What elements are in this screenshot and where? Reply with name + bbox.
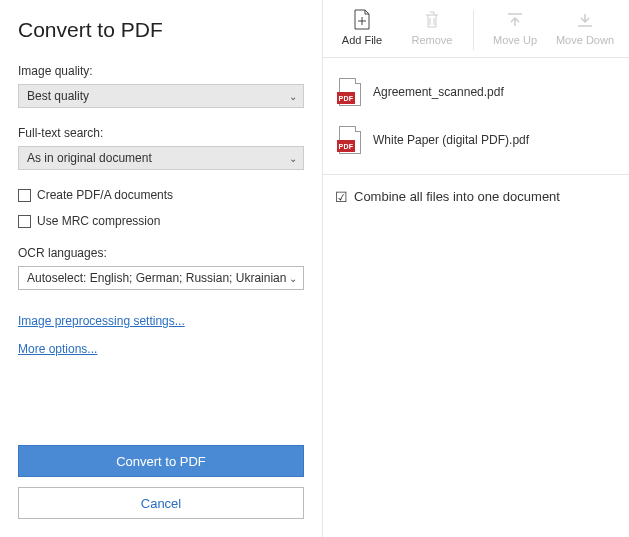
image-quality-label: Image quality: bbox=[18, 64, 304, 78]
move-down-icon bbox=[573, 8, 597, 32]
mrc-checkbox[interactable] bbox=[18, 215, 31, 228]
combine-checkbox-row[interactable]: ☑ Combine all files into one document bbox=[323, 174, 629, 218]
file-row[interactable]: PDF Agreement_scanned.pdf bbox=[327, 68, 625, 116]
add-file-button[interactable]: Add File bbox=[327, 4, 397, 46]
cancel-button-label: Cancel bbox=[141, 496, 181, 511]
chevron-down-icon: ⌄ bbox=[289, 153, 297, 164]
remove-button: Remove bbox=[397, 4, 467, 46]
trash-icon bbox=[420, 8, 444, 32]
cancel-button[interactable]: Cancel bbox=[18, 487, 304, 519]
full-text-search-dropdown[interactable]: As in original document ⌄ bbox=[18, 146, 304, 170]
pdfa-checkbox[interactable] bbox=[18, 189, 31, 202]
file-row[interactable]: PDF White Paper (digital PDF).pdf bbox=[327, 116, 625, 164]
settings-panel: Convert to PDF Image quality: Best quali… bbox=[0, 0, 323, 537]
toolbar: Add File Remove Move Up bbox=[323, 0, 629, 58]
dialog-title: Convert to PDF bbox=[18, 18, 304, 42]
move-down-button: Move Down bbox=[550, 4, 620, 46]
mrc-checkbox-row[interactable]: Use MRC compression bbox=[18, 214, 304, 228]
links-block: Image preprocessing settings... More opt… bbox=[18, 314, 304, 356]
file-name: Agreement_scanned.pdf bbox=[373, 85, 504, 99]
ocr-languages-value: Autoselect: English; German; Russian; Uk… bbox=[27, 271, 286, 285]
add-file-icon bbox=[350, 8, 374, 32]
preprocessing-link[interactable]: Image preprocessing settings... bbox=[18, 314, 185, 328]
image-quality-value: Best quality bbox=[27, 89, 89, 103]
ocr-languages-dropdown[interactable]: Autoselect: English; German; Russian; Uk… bbox=[18, 266, 304, 290]
pdfa-checkbox-label: Create PDF/A documents bbox=[37, 188, 173, 202]
chevron-down-icon: ⌄ bbox=[289, 273, 297, 284]
image-quality-dropdown[interactable]: Best quality ⌄ bbox=[18, 84, 304, 108]
full-text-search-value: As in original document bbox=[27, 151, 152, 165]
toolbar-separator bbox=[473, 10, 474, 50]
add-file-label: Add File bbox=[342, 34, 382, 46]
move-up-icon bbox=[503, 8, 527, 32]
mrc-checkbox-label: Use MRC compression bbox=[37, 214, 160, 228]
combine-checkbox[interactable]: ☑ bbox=[335, 190, 348, 204]
convert-button-label: Convert to PDF bbox=[116, 454, 206, 469]
move-up-button: Move Up bbox=[480, 4, 550, 46]
chevron-down-icon: ⌄ bbox=[289, 91, 297, 102]
pdf-file-icon: PDF bbox=[337, 126, 361, 154]
move-up-label: Move Up bbox=[493, 34, 537, 46]
move-down-label: Move Down bbox=[556, 34, 614, 46]
pdfa-checkbox-row[interactable]: Create PDF/A documents bbox=[18, 188, 304, 202]
pdf-file-icon: PDF bbox=[337, 78, 361, 106]
ocr-languages-label: OCR languages: bbox=[18, 246, 304, 260]
file-list: PDF Agreement_scanned.pdf PDF White Pape… bbox=[323, 58, 629, 174]
remove-label: Remove bbox=[412, 34, 453, 46]
full-text-search-label: Full-text search: bbox=[18, 126, 304, 140]
file-name: White Paper (digital PDF).pdf bbox=[373, 133, 529, 147]
more-options-link[interactable]: More options... bbox=[18, 342, 97, 356]
convert-button[interactable]: Convert to PDF bbox=[18, 445, 304, 477]
combine-label: Combine all files into one document bbox=[354, 189, 560, 204]
files-panel: Add File Remove Move Up bbox=[323, 0, 629, 537]
